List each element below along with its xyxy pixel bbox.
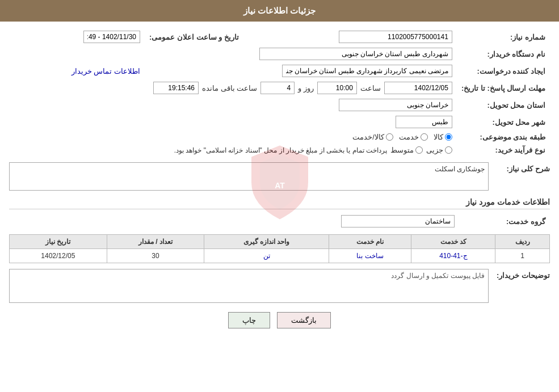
description-value: جوشکاری اسکلت bbox=[9, 162, 489, 191]
announce-value-input bbox=[83, 31, 140, 43]
table-row: 1 ج-41-410 ساخت بنا تن 30 1402/12/05 bbox=[10, 249, 550, 263]
page-header: جزئیات اطلاعات نیاز bbox=[0, 0, 559, 22]
services-section-title: اطلاعات خدمات مورد نیاز bbox=[9, 197, 550, 209]
print-button[interactable]: چاپ bbox=[228, 312, 270, 328]
page-title: جزئیات اطلاعات نیاز bbox=[243, 6, 316, 15]
send-date-input bbox=[384, 82, 452, 94]
category-kala-radio[interactable] bbox=[445, 133, 452, 141]
send-remaining-label: ساعت باقی مانده bbox=[202, 84, 257, 92]
send-time-input bbox=[317, 82, 357, 94]
col-qty: تعداد / مقدار bbox=[107, 235, 204, 249]
col-unit: واحد اندازه گیری bbox=[204, 235, 329, 249]
send-time-label: ساعت bbox=[360, 84, 381, 92]
send-days-input bbox=[260, 82, 295, 94]
process-mote-radio[interactable] bbox=[415, 146, 423, 154]
cell-code[interactable]: ج-41-410 bbox=[411, 249, 495, 263]
province-label: استان محل تحویل: bbox=[457, 96, 550, 113]
city-label: شهر محل تحویل: bbox=[457, 113, 550, 130]
announce-label: تاریخ و ساعت اعلان عمومی: bbox=[145, 28, 243, 45]
category-both-label: کالا/خدمت bbox=[352, 133, 384, 141]
category-kala-option[interactable]: کالا bbox=[434, 133, 452, 141]
service-group-table: گروه خدمت: bbox=[9, 213, 550, 230]
process-note: پرداخت تمام یا بخشی از مبلغ خریدار از مح… bbox=[174, 146, 387, 154]
process-jozi-option[interactable]: جزیی bbox=[426, 146, 452, 154]
service-group-label: گروه خدمت: bbox=[459, 213, 550, 230]
process-mote-option[interactable]: متوسط bbox=[390, 146, 423, 154]
tender-number-label: شماره نیاز: bbox=[457, 28, 550, 45]
cell-name[interactable]: ساخت بنا bbox=[329, 249, 411, 263]
services-table: ردیف کد خدمت نام خدمت واحد اندازه گیری ت… bbox=[9, 234, 550, 263]
buyer-notes-section: توضیحات خریدار: فایل پیوست تکمیل و ارسال… bbox=[9, 269, 550, 303]
service-group-input bbox=[341, 215, 455, 227]
category-kala-label: کالا bbox=[434, 133, 443, 141]
send-days-label: روز و bbox=[298, 84, 314, 92]
cell-unit[interactable]: تن bbox=[204, 249, 329, 263]
col-code: کد خدمت bbox=[411, 235, 495, 249]
info-table: شماره نیاز: تاریخ و ساعت اعلان عمومی: نا… bbox=[9, 28, 550, 157]
category-both-option[interactable]: کالا/خدمت bbox=[352, 133, 393, 141]
city-input bbox=[396, 116, 452, 128]
category-khedmat-label: خدمت bbox=[399, 133, 419, 141]
description-section: شرح کلی نیاز: جوشکاری اسکلت bbox=[9, 162, 550, 191]
send-deadline-label: مهلت ارسال پاسخ: تا تاریخ: bbox=[457, 79, 550, 96]
buyer-notes-label: توضیحات خریدار: bbox=[493, 269, 550, 280]
bottom-buttons: بازگشت چاپ bbox=[9, 312, 550, 328]
col-date: تاریخ نیاز bbox=[10, 235, 107, 249]
cell-qty: 30 bbox=[107, 249, 204, 263]
col-row: ردیف bbox=[495, 235, 550, 249]
category-khedmat-option[interactable]: خدمت bbox=[399, 133, 428, 141]
creator-label: ایجاد کننده درخواست: bbox=[457, 62, 550, 79]
category-khedmat-radio[interactable] bbox=[421, 133, 428, 141]
buyer-org-input bbox=[259, 48, 452, 60]
back-button[interactable]: بازگشت bbox=[277, 312, 331, 328]
cell-date: 1402/12/05 bbox=[10, 249, 107, 263]
buyer-notes-value: فایل پیوست تکمیل و ارسال گردد bbox=[9, 269, 489, 303]
creator-input bbox=[282, 65, 452, 77]
cell-row: 1 bbox=[495, 249, 550, 263]
buyer-org-label: نام دستگاه خریدار: bbox=[457, 45, 550, 62]
province-input bbox=[339, 99, 452, 111]
category-both-radio[interactable] bbox=[386, 133, 393, 141]
process-jozi-radio[interactable] bbox=[445, 146, 452, 154]
process-label: نوع فرآیند خرید: bbox=[457, 144, 550, 157]
category-label: طبقه بندی موضوعی: bbox=[457, 130, 550, 144]
tender-number-input[interactable] bbox=[339, 31, 452, 43]
process-mote-label: متوسط bbox=[390, 146, 414, 154]
process-jozi-label: جزیی bbox=[426, 146, 443, 154]
description-label: شرح کلی نیاز: bbox=[493, 162, 550, 173]
send-remaining-input bbox=[153, 82, 199, 94]
col-name: نام خدمت bbox=[329, 235, 411, 249]
contact-link[interactable]: اطلاعات تماس خریدار bbox=[72, 67, 140, 75]
